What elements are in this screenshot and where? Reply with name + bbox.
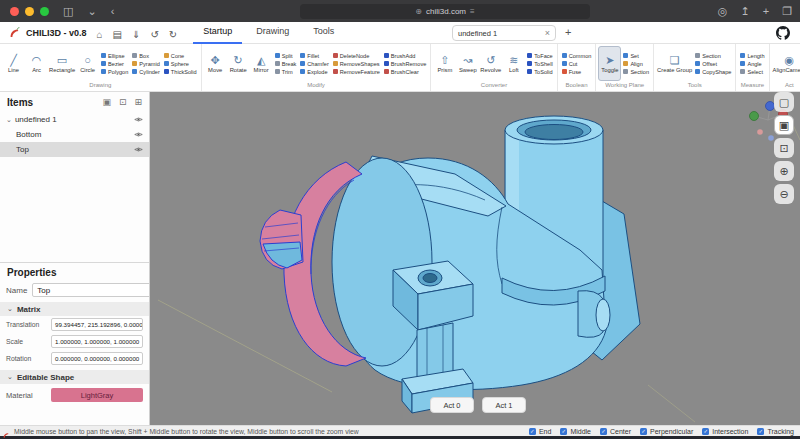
ribbon-button-removeshapes[interactable]: RemoveShapes (333, 61, 380, 67)
tab-drawing[interactable]: Drawing (246, 22, 299, 44)
ribbon-button-fillet[interactable]: Fillet (300, 53, 328, 59)
ribbon-button-loft[interactable]: ≋Loft (502, 46, 525, 81)
redo-icon[interactable]: ↻ (169, 29, 177, 40)
snap-toggle-center[interactable]: ✓Center (600, 428, 631, 435)
ribbon-button-tosolid[interactable]: ToSolid (527, 69, 552, 75)
ribbon-button-select[interactable]: Select (740, 69, 764, 75)
ribbon-button-sphere[interactable]: Sphere (164, 61, 197, 67)
chevron-down-icon[interactable]: ⌄ (87, 5, 96, 17)
privacy-badge-icon[interactable]: ◎ (718, 5, 728, 18)
rotation-value[interactable]: 0.000000, 0.000000, 0.000000 (51, 352, 143, 365)
ribbon-button-cylinder[interactable]: Cylinder (132, 69, 160, 75)
caret-down-icon[interactable]: ⌄ (6, 116, 12, 124)
snap-toggle-perpendicular[interactable]: ✓Perpendicular (640, 428, 693, 435)
page-tools-icon[interactable]: ≡ (470, 7, 475, 16)
back-icon[interactable]: ‹ (111, 5, 115, 17)
ribbon-button-brushadd[interactable]: BrushAdd (384, 53, 426, 59)
checkbox-icon[interactable]: ✓ (702, 428, 709, 435)
share-icon[interactable]: ↥ (740, 5, 749, 18)
ribbon-button-mirror[interactable]: ◭Mirror (250, 46, 273, 81)
ribbon-button-angle[interactable]: Angle (740, 61, 764, 67)
ribbon-button-arc[interactable]: ◠Arc (25, 46, 48, 81)
ribbon-button-line[interactable]: ╱Line (2, 46, 25, 81)
translation-value[interactable]: 99.394457, 215.192896, 0.00000 (51, 318, 143, 331)
checkbox-icon[interactable]: ✓ (640, 428, 647, 435)
zoom-in-button[interactable]: ⊕ (774, 161, 794, 181)
checkbox-icon[interactable]: ✓ (600, 428, 607, 435)
visibility-eye-icon[interactable] (134, 131, 143, 138)
ribbon-button-trim[interactable]: Trim (275, 69, 297, 75)
tab-tools[interactable]: Tools (303, 22, 344, 44)
ribbon-button-rectangle[interactable]: ▭Rectangle (48, 46, 76, 81)
snap-toggle-tracking[interactable]: ✓Tracking (757, 428, 794, 435)
ribbon-button-toggle[interactable]: ➤Toggle (598, 46, 621, 81)
save-icon[interactable]: ⇓ (132, 29, 140, 40)
viewport-3d[interactable]: Act 0Act 1 (150, 92, 800, 425)
snap-toggle-middle[interactable]: ✓Middle (560, 428, 591, 435)
name-input[interactable] (32, 283, 150, 297)
visibility-eye-icon[interactable] (134, 146, 143, 153)
ribbon-button-common[interactable]: Common (562, 53, 592, 59)
ribbon-button-rotate[interactable]: ↻Rotate (227, 46, 250, 81)
snap-toggle-intersection[interactable]: ✓Intersection (702, 428, 748, 435)
new-document-button[interactable]: + (565, 26, 571, 38)
ribbon-button-prism[interactable]: ⇧Prism (433, 46, 456, 81)
ribbon-button-sweep[interactable]: ↝Sweep (456, 46, 479, 81)
ribbon-button-cone[interactable]: Cone (164, 53, 197, 59)
ribbon-button-polygon[interactable]: Polygon (101, 69, 128, 75)
editable-shape-section-header[interactable]: ⌄ Editable Shape (0, 370, 149, 384)
zoom-window-button[interactable] (40, 7, 49, 16)
ribbon-button-section[interactable]: Section (623, 69, 649, 75)
ribbon-button-revolve[interactable]: ↺Revolve (479, 46, 502, 81)
sidebar-toggle-icon[interactable]: ◫ (63, 5, 73, 17)
ribbon-button-pyramid[interactable]: Pyramid (132, 61, 160, 67)
ribbon-button-fuse[interactable]: Fuse (562, 69, 592, 75)
zoom-fit-button[interactable]: ⊡ (774, 138, 794, 158)
ribbon-button-box[interactable]: Box (132, 53, 160, 59)
ribbon-button-break[interactable]: Break (275, 61, 297, 67)
tree-item-undefined-1[interactable]: ⌄undefined 1 (0, 112, 149, 127)
ribbon-button-create-group[interactable]: ❏Create Group (656, 46, 693, 81)
new-tab-icon[interactable]: + (763, 5, 769, 17)
ribbon-button-circle[interactable]: ○Circle (76, 46, 99, 81)
shaded-view-button[interactable]: ▣ (774, 115, 794, 135)
minimize-window-button[interactable] (25, 7, 34, 16)
tab-startup[interactable]: Startup (193, 22, 242, 44)
ribbon-button-copyshape[interactable]: CopyShape (695, 69, 731, 75)
ribbon-button-brushremove[interactable]: BrushRemove (384, 61, 426, 67)
new-group-icon[interactable]: ⊡ (119, 97, 127, 107)
home-icon[interactable]: ⌂ (97, 29, 103, 40)
ribbon-button-align[interactable]: Align (623, 61, 649, 67)
ribbon-button-brushclear[interactable]: BrushClear (384, 69, 426, 75)
ribbon-button-bezier[interactable]: Bezier (101, 61, 128, 67)
tree-item-bottom[interactable]: Bottom (0, 127, 149, 142)
open-icon[interactable]: ▤ (113, 29, 122, 40)
ribbon-button-cut[interactable]: Cut (562, 61, 592, 67)
checkbox-icon[interactable]: ✓ (757, 428, 764, 435)
ribbon-button-thicksolid[interactable]: ThickSolid (164, 69, 197, 75)
address-bar[interactable]: ⊕ chili3d.com ≡ (300, 4, 590, 19)
document-tab[interactable]: undefined 1 × (452, 25, 556, 41)
ribbon-button-deletenode[interactable]: DeleteNode (333, 53, 380, 59)
checkbox-icon[interactable]: ✓ (529, 428, 536, 435)
material-button[interactable]: LightGray (51, 388, 143, 402)
zoom-out-button[interactable]: ⊖ (774, 184, 794, 204)
tabs-overview-icon[interactable]: ❐ (782, 5, 792, 18)
act-button-act-1[interactable]: Act 1 (482, 397, 526, 413)
ribbon-button-length[interactable]: Length (740, 53, 764, 59)
visibility-eye-icon[interactable] (134, 116, 143, 123)
ribbon-button-move[interactable]: ✥Move (204, 46, 227, 81)
act-button-act-0[interactable]: Act 0 (430, 397, 474, 413)
snap-toggle-end[interactable]: ✓End (529, 428, 551, 435)
github-icon[interactable] (776, 26, 790, 40)
ribbon-button-aligncamera[interactable]: ◉AlignCamera (772, 46, 800, 81)
ribbon-button-offset[interactable]: Offset (695, 61, 731, 67)
ribbon-button-split[interactable]: Split (275, 53, 297, 59)
close-document-icon[interactable]: × (545, 28, 550, 38)
ribbon-button-toface[interactable]: ToFace (527, 53, 552, 59)
ribbon-button-section[interactable]: Section (695, 53, 731, 59)
model-3d[interactable] (150, 92, 800, 425)
close-window-button[interactable] (10, 7, 19, 16)
ribbon-button-ellipse[interactable]: Ellipse (101, 53, 128, 59)
ribbon-button-removefeature[interactable]: RemoveFeature (333, 69, 380, 75)
